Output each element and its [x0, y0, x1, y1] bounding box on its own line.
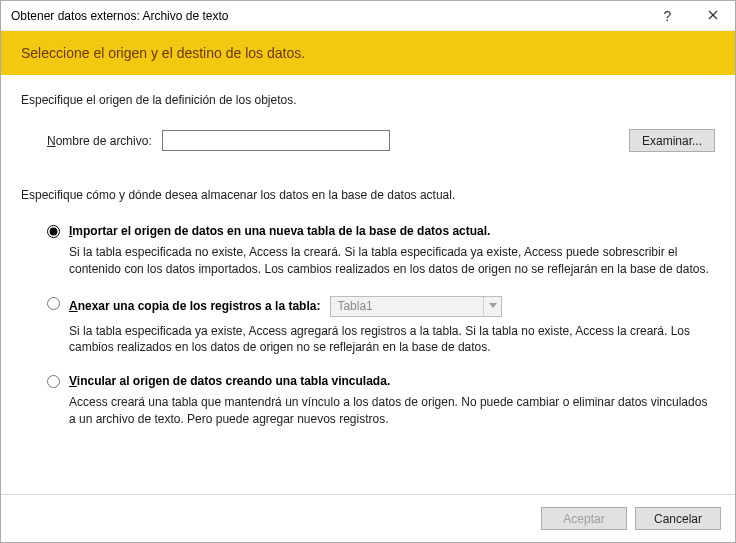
option-link-title: Vincular al origen de datos creando una … [69, 374, 715, 388]
cancel-button[interactable]: Cancelar [635, 507, 721, 530]
option-append: Anexar una copia de los registros a la t… [47, 296, 715, 357]
radio-append[interactable] [47, 297, 60, 310]
filename-row: Nombre de archivo: Examinar... [47, 129, 715, 152]
window-title: Obtener datos externos: Archivo de texto [11, 9, 645, 23]
help-icon: ? [664, 8, 672, 24]
radio-import[interactable] [47, 225, 60, 238]
option-import-title: Importar el origen de datos en una nueva… [69, 224, 715, 238]
option-link: Vincular al origen de datos creando una … [47, 374, 715, 428]
source-heading: Especifique el origen de la definición d… [21, 93, 715, 107]
storage-options: Importar el origen de datos en una nueva… [47, 224, 715, 428]
option-link-desc: Access creará una tabla que mantendrá un… [69, 394, 715, 428]
combo-dropdown-button[interactable] [483, 297, 501, 316]
radio-link[interactable] [47, 375, 60, 388]
option-append-title: Anexar una copia de los registros a la t… [69, 299, 320, 313]
banner: Seleccione el origen y el destino de los… [1, 31, 735, 75]
append-table-combo[interactable]: Tabla1 [330, 296, 502, 317]
close-button[interactable] [690, 1, 735, 31]
banner-heading: Seleccione el origen y el destino de los… [21, 45, 305, 61]
option-import: Importar el origen de datos en una nueva… [47, 224, 715, 278]
dialog-window: Obtener datos externos: Archivo de texto… [0, 0, 736, 543]
ok-button[interactable]: Aceptar [541, 507, 627, 530]
filename-input[interactable] [162, 130, 391, 151]
filename-label: Nombre de archivo: [47, 134, 152, 148]
dialog-footer: Aceptar Cancelar [1, 494, 735, 542]
append-table-value: Tabla1 [331, 299, 483, 313]
titlebar: Obtener datos externos: Archivo de texto… [1, 1, 735, 31]
storage-heading: Especifique cómo y dónde desea almacenar… [21, 188, 715, 202]
option-append-desc: Si la tabla especificada ya existe, Acce… [69, 323, 715, 357]
option-import-desc: Si la tabla especificada no existe, Acce… [69, 244, 715, 278]
chevron-down-icon [489, 303, 497, 309]
close-icon [708, 9, 718, 23]
browse-button[interactable]: Examinar... [629, 129, 715, 152]
help-button[interactable]: ? [645, 1, 690, 31]
content-area: Especifique el origen de la definición d… [1, 75, 735, 494]
